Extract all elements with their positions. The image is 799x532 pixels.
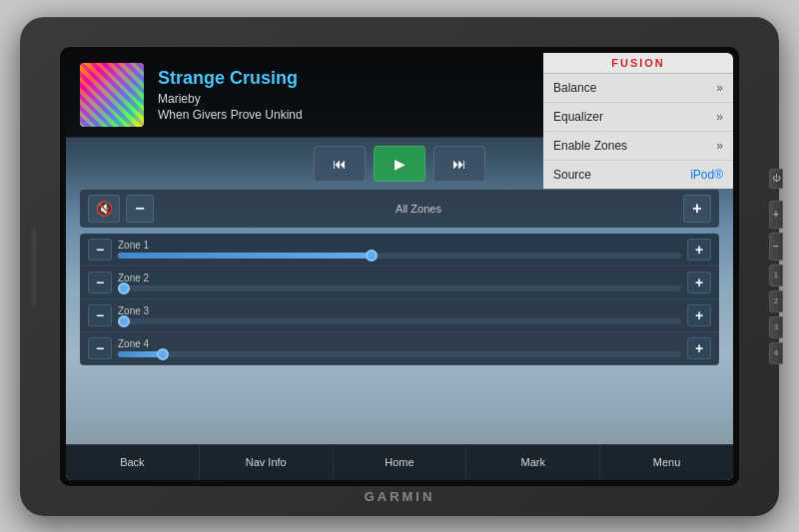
zone-1-info: Zone 1 [118,240,681,259]
zone-3-slider-track[interactable] [118,318,681,324]
fusion-balance-label: Balance [553,81,596,95]
music-album: When Givers Prove Unkind [158,108,533,122]
volume-row: 🔇 − All Zones + [80,190,719,228]
fusion-equalizer-arrow: » [716,110,723,124]
fusion-source-item: Source iPod® [543,161,733,189]
zone-2-slider-thumb [118,282,130,294]
zone-2-slider-track[interactable] [118,285,681,291]
prev-button[interactable]: ⏮ [314,146,366,182]
zone-1-slider-track[interactable] [118,253,681,259]
zone-1-slider-thumb [366,250,378,262]
play-button[interactable]: ▶ [374,146,425,182]
nav-back-button[interactable]: Back [66,445,200,480]
zone-4-info: Zone 4 [118,338,681,357]
zone-2-plus-button[interactable]: + [687,271,711,293]
nav-mark-button[interactable]: Mark [466,445,600,480]
button-2[interactable]: 2 [769,290,783,312]
zone-1-label: Zone 1 [118,240,681,251]
zone-3-plus-button[interactable]: + [687,304,711,326]
zone-3-row: − Zone 3 + [80,299,719,332]
next-icon: ⏭ [452,156,466,172]
zone-1-slider-fill [118,253,372,259]
zone-4-plus-button[interactable]: + [687,337,711,359]
zone-3-label: Zone 3 [118,305,681,316]
zone-4-label: Zone 4 [118,338,681,349]
power-button[interactable]: ⏻ [769,169,783,189]
zoom-minus-button[interactable]: − [769,233,783,261]
volume-plus-icon: + [692,200,701,218]
play-icon: ▶ [395,156,405,172]
zone-4-slider-track[interactable] [118,351,681,357]
fusion-header: FUSION [543,53,733,74]
button-1[interactable]: 1 [769,265,783,286]
zone-2-row: − Zone 2 + [80,266,719,299]
mute-button[interactable]: 🔇 [88,195,120,223]
mute-icon: 🔇 [96,201,113,217]
nav-back-label: Back [120,456,144,468]
right-side-buttons: ⏻ + − 1 2 3 4 [769,169,783,364]
screen-bezel: Strange Crusing Marieby When Givers Prov… [60,47,739,486]
brand-label: GARMIN [365,489,435,504]
nav-menu-button[interactable]: Menu [600,445,733,480]
fusion-enable-zones-item[interactable]: Enable Zones » [543,132,733,161]
zone-3-info: Zone 3 [118,305,681,324]
zones-container: − Zone 1 + − [80,234,719,365]
fusion-source-label: Source [553,168,591,182]
fusion-balance-arrow: » [716,81,723,95]
nav-mark-label: Mark [521,456,545,468]
content-area: Strange Crusing Marieby When Givers Prov… [66,53,733,480]
music-info: Strange Crusing Marieby When Givers Prov… [158,68,533,122]
nav-bar: Back Nav Info Home Mark Menu [66,444,733,480]
volume-minus-icon: − [135,200,144,218]
nav-home-label: Home [385,456,413,468]
zoom-plus-button[interactable]: + [769,201,783,229]
music-artist: Marieby [158,92,533,106]
prev-icon: ⏮ [333,156,347,172]
fusion-logo: FUSION [611,57,665,69]
zone-4-slider-thumb [157,348,169,360]
nav-home-button[interactable]: Home [334,445,467,480]
album-art [80,63,144,127]
volume-minus-button[interactable]: − [126,195,154,223]
zone-3-slider-thumb [118,315,130,327]
zone-2-info: Zone 2 [118,272,681,291]
garmin-device: Strange Crusing Marieby When Givers Prov… [20,17,779,516]
volume-plus-button[interactable]: + [683,195,711,223]
screen: Strange Crusing Marieby When Givers Prov… [66,53,733,480]
next-button[interactable]: ⏭ [433,146,485,182]
fusion-enable-zones-arrow: » [716,139,723,153]
music-title: Strange Crusing [158,68,533,89]
fusion-equalizer-item[interactable]: Equalizer » [543,103,733,132]
zone-2-label: Zone 2 [118,272,681,283]
all-zones-label: All Zones [160,203,677,215]
button-4[interactable]: 4 [769,342,783,364]
zone-1-row: − Zone 1 + [80,234,719,266]
zone-1-minus-button[interactable]: − [88,239,112,261]
nav-info-button[interactable]: Nav Info [200,445,334,480]
zone-4-minus-button[interactable]: − [88,337,112,359]
fusion-equalizer-label: Equalizer [553,110,603,124]
button-3[interactable]: 3 [769,316,783,338]
fusion-panel: FUSION Balance » Equalizer » Enable Zone… [543,53,733,189]
zone-3-minus-button[interactable]: − [88,304,112,326]
fusion-balance-item[interactable]: Balance » [543,74,733,103]
zone-1-plus-button[interactable]: + [687,239,711,261]
fusion-source-value: iPod® [690,168,723,182]
zone-4-row: − Zone 4 + [80,332,719,365]
nav-info-label: Nav Info [246,456,287,468]
left-grip [28,227,36,306]
zone-2-minus-button[interactable]: − [88,271,112,293]
nav-menu-label: Menu [653,456,681,468]
fusion-enable-zones-label: Enable Zones [553,139,627,153]
